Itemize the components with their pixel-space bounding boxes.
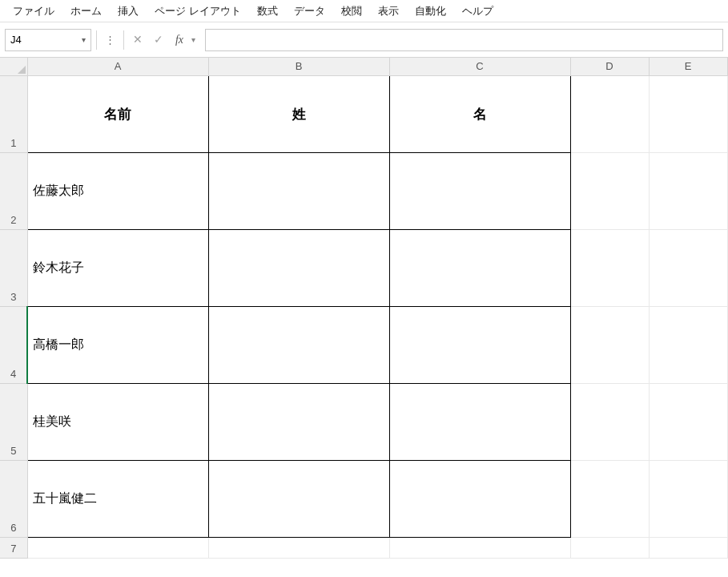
cell-C2[interactable] xyxy=(389,152,570,229)
formula-bar: J4 ▾ ⋮ ✕ ✓ fx ▾ xyxy=(0,22,728,58)
row-header-3[interactable]: 3 xyxy=(0,229,27,306)
formula-input[interactable] xyxy=(205,29,723,51)
divider xyxy=(123,30,124,50)
cell-A3[interactable]: 鈴木花子 xyxy=(27,229,208,306)
cell-C7[interactable] xyxy=(389,537,570,558)
cell-B1[interactable]: 姓 xyxy=(208,75,389,152)
chevron-down-icon[interactable]: ▾ xyxy=(82,35,86,44)
spreadsheet-grid[interactable]: A B C D E 1 名前 姓 名 2 佐藤太郎 3 鈴木花子 xyxy=(0,58,728,559)
menu-file[interactable]: ファイル xyxy=(5,1,62,22)
cell-E7[interactable] xyxy=(649,537,727,558)
menu-automate[interactable]: 自動化 xyxy=(407,1,454,22)
cell-A7[interactable] xyxy=(27,537,208,558)
cell-C4[interactable] xyxy=(389,306,570,383)
cell-B3[interactable] xyxy=(208,229,389,306)
cell-E2[interactable] xyxy=(649,152,727,229)
name-box-value: J4 xyxy=(10,34,22,46)
cell-B6[interactable] xyxy=(208,460,389,537)
cell-D4[interactable] xyxy=(570,306,649,383)
cell-B5[interactable] xyxy=(208,383,389,460)
cell-A5[interactable]: 桂美咲 xyxy=(27,383,208,460)
row-header-2[interactable]: 2 xyxy=(0,152,27,229)
row-header-4[interactable]: 4 xyxy=(0,306,27,383)
cell-D3[interactable] xyxy=(570,229,649,306)
cell-D6[interactable] xyxy=(570,460,649,537)
cell-C5[interactable] xyxy=(389,383,570,460)
cell-E5[interactable] xyxy=(649,383,727,460)
more-icon[interactable]: ⋮ xyxy=(102,34,119,46)
cancel-button[interactable]: ✕ xyxy=(129,30,147,50)
row-header-5[interactable]: 5 xyxy=(0,383,27,460)
cell-A2[interactable]: 佐藤太郎 xyxy=(27,152,208,229)
cell-D7[interactable] xyxy=(570,537,649,558)
select-all-corner[interactable] xyxy=(0,58,27,75)
row-header-6[interactable]: 6 xyxy=(0,460,27,537)
menu-help[interactable]: ヘルプ xyxy=(454,1,501,22)
cell-E1[interactable] xyxy=(649,75,727,152)
menu-bar: ファイル ホーム 挿入 ページ レイアウト 数式 データ 校閲 表示 自動化 ヘ… xyxy=(0,0,728,22)
cell-C6[interactable] xyxy=(389,460,570,537)
cell-C1[interactable]: 名 xyxy=(389,75,570,152)
menu-insert[interactable]: 挿入 xyxy=(110,1,147,22)
cell-B7[interactable] xyxy=(208,537,389,558)
menu-view[interactable]: 表示 xyxy=(370,1,407,22)
cell-E3[interactable] xyxy=(649,229,727,306)
cell-E6[interactable] xyxy=(649,460,727,537)
cell-A4[interactable]: 高橋一郎 xyxy=(27,306,208,383)
cell-C3[interactable] xyxy=(389,229,570,306)
cell-E4[interactable] xyxy=(649,306,727,383)
col-header-E[interactable]: E xyxy=(649,58,727,75)
cell-B4[interactable] xyxy=(208,306,389,383)
col-header-B[interactable]: B xyxy=(208,58,389,75)
insert-function-button[interactable]: fx xyxy=(171,30,188,50)
menu-page-layout[interactable]: ページ レイアウト xyxy=(147,1,249,22)
name-box[interactable]: J4 ▾ xyxy=(5,29,91,51)
row-header-7[interactable]: 7 xyxy=(0,537,27,558)
col-header-A[interactable]: A xyxy=(27,58,208,75)
divider xyxy=(96,30,97,50)
col-header-C[interactable]: C xyxy=(389,58,570,75)
cell-D2[interactable] xyxy=(570,152,649,229)
cell-A1[interactable]: 名前 xyxy=(27,75,208,152)
chevron-down-icon[interactable]: ▾ xyxy=(191,35,199,44)
menu-review[interactable]: 校閲 xyxy=(333,1,370,22)
menu-data[interactable]: データ xyxy=(286,1,333,22)
col-header-D[interactable]: D xyxy=(570,58,649,75)
cell-A6[interactable]: 五十嵐健二 xyxy=(27,460,208,537)
cell-B2[interactable] xyxy=(208,152,389,229)
menu-formulas[interactable]: 数式 xyxy=(249,1,286,22)
cell-D5[interactable] xyxy=(570,383,649,460)
row-header-1[interactable]: 1 xyxy=(0,75,27,152)
enter-button[interactable]: ✓ xyxy=(150,30,167,50)
menu-home[interactable]: ホーム xyxy=(62,1,110,22)
cell-D1[interactable] xyxy=(570,75,649,152)
